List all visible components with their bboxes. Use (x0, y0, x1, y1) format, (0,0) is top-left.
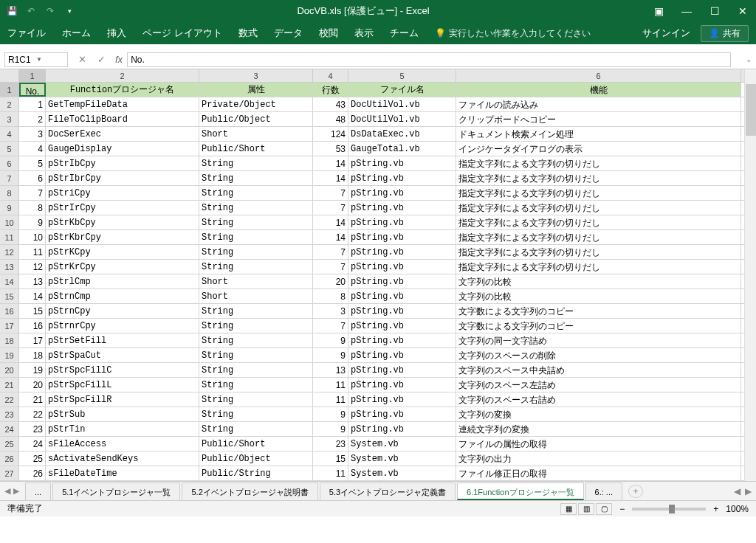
normal-view-icon[interactable]: ▦ (560, 503, 577, 515)
row-header[interactable]: 5 (0, 142, 19, 156)
cell-func[interactable]: pStrSpcFillL (46, 378, 199, 392)
cell-attr[interactable]: String (199, 392, 313, 407)
cell-lines[interactable]: 14 (313, 230, 348, 244)
col-header[interactable]: 5 (348, 69, 456, 82)
tab-view[interactable]: 表示 (354, 27, 374, 40)
cancel-icon[interactable]: ✕ (75, 54, 89, 65)
tab-nav-prev-icon[interactable]: ◀ (4, 486, 10, 496)
cell-feature[interactable]: 文字列の同一文字詰め (456, 333, 741, 347)
tab-scroll-right-icon[interactable]: ▶ (745, 486, 752, 497)
cell-no[interactable]: 8 (19, 201, 46, 215)
cell-no[interactable]: 7 (19, 186, 46, 200)
cell-func[interactable]: pStrKrCpy (46, 260, 199, 274)
cell-file[interactable]: DsDataExec.vb (348, 127, 456, 141)
cell-no[interactable]: 1 (19, 97, 46, 111)
name-box[interactable]: R1C1 ▼ (4, 52, 68, 67)
cell-lines[interactable]: 43 (313, 97, 348, 111)
cell-attr[interactable]: String (199, 156, 313, 170)
row-header[interactable]: 25 (0, 437, 19, 451)
cell-feature[interactable]: 指定文字列による文字列の切りだし (456, 230, 741, 244)
row-header[interactable]: 12 (0, 245, 19, 259)
cell-attr[interactable]: String (199, 186, 313, 200)
row-header[interactable]: 4 (0, 127, 19, 141)
tab-scroll-left-icon[interactable]: ◀ (734, 486, 740, 497)
row-header[interactable]: 1 (0, 83, 19, 97)
cell-file[interactable]: pString.vb (348, 171, 456, 185)
zoom-in-icon[interactable]: + (713, 504, 718, 514)
cell-attr[interactable]: Short (199, 274, 313, 288)
cell-file[interactable]: pString.vb (348, 274, 456, 288)
cell-no[interactable]: 22 (19, 407, 46, 421)
cell-file[interactable]: GaugeTotal.vb (348, 142, 456, 156)
cell-attr[interactable]: String (199, 422, 313, 436)
signin-link[interactable]: サインイン (642, 27, 690, 40)
row-header[interactable]: 3 (0, 112, 19, 126)
cell-no[interactable]: 20 (19, 378, 46, 392)
cell-no[interactable]: 13 (19, 274, 46, 288)
cell-feature[interactable]: 指定文字列による文字列の切りだし (456, 201, 741, 215)
cell-attr[interactable]: String (199, 215, 313, 229)
col-header[interactable]: 4 (313, 69, 348, 82)
row-header[interactable]: 6 (0, 156, 19, 170)
cell-attr[interactable]: Public/Short (199, 437, 313, 451)
sheet-tab-active[interactable]: 6.1Functionプロシージャ一覧 (457, 483, 583, 500)
cell-func[interactable]: pStrSpcFillC (46, 363, 199, 377)
tab-review[interactable]: 校閲 (319, 27, 338, 40)
cell-file[interactable]: System.vb (348, 437, 456, 451)
cell-attr[interactable]: Public/Object (199, 452, 313, 466)
add-sheet-button[interactable]: + (628, 485, 643, 498)
cell-lines[interactable]: 11 (313, 378, 348, 392)
col-header[interactable]: 1 (19, 69, 46, 82)
cell-func[interactable]: pStrIbCpy (46, 156, 199, 170)
cell-lines[interactable]: 14 (313, 156, 348, 170)
cell-attr[interactable]: String (199, 245, 313, 259)
cell-lines[interactable]: 14 (313, 215, 348, 229)
row-header[interactable]: 23 (0, 407, 19, 421)
cell-file[interactable]: pString.vb (348, 348, 456, 362)
cell-lines[interactable]: 53 (313, 142, 348, 156)
maximize-icon[interactable]: ☐ (707, 4, 722, 18)
cell-attr[interactable]: Public/Short (199, 142, 313, 156)
row-header[interactable]: 2 (0, 97, 19, 111)
cell-file[interactable]: pString.vb (348, 260, 456, 274)
cell-file[interactable]: pString.vb (348, 215, 456, 229)
header-no[interactable]: No. (19, 83, 46, 97)
cell-attr[interactable]: String (199, 304, 313, 318)
header-lines[interactable]: 行数 (313, 83, 348, 97)
cell-feature[interactable]: ドキュメント検索メイン処理 (456, 127, 741, 141)
cell-no[interactable]: 21 (19, 392, 46, 407)
cell-func[interactable]: pStrnCpy (46, 304, 199, 318)
cell-feature[interactable]: 連続文字列の変換 (456, 422, 741, 436)
cell-attr[interactable]: String (199, 348, 313, 362)
cell-no[interactable]: 24 (19, 437, 46, 451)
save-icon[interactable]: 💾 (6, 5, 18, 17)
close-icon[interactable]: ✕ (735, 4, 750, 18)
sheet-tab[interactable]: 5.1イベントプロシージャ一覧 (52, 483, 180, 500)
cell-feature[interactable]: インジケータダイアログの表示 (456, 142, 741, 156)
tell-me-box[interactable]: 💡 実行したい作業を入力してください (435, 27, 591, 40)
cell-lines[interactable]: 20 (313, 274, 348, 288)
row-header[interactable]: 18 (0, 333, 19, 347)
row-header[interactable]: 14 (0, 274, 19, 288)
cell-file[interactable]: pString.vb (348, 156, 456, 170)
cell-lines[interactable]: 9 (313, 348, 348, 362)
cell-func[interactable]: GaugeDisplay (46, 142, 199, 156)
cell-attr[interactable]: String (199, 378, 313, 392)
cell-no[interactable]: 4 (19, 142, 46, 156)
cell-feature[interactable]: 指定文字列による文字列の切りだし (456, 156, 741, 170)
cell-no[interactable]: 25 (19, 452, 46, 466)
cell-file[interactable]: pString.vb (348, 201, 456, 215)
cell-lines[interactable]: 8 (313, 289, 348, 303)
cell-feature[interactable]: 文字列のスペース左詰め (456, 378, 741, 392)
cell-no[interactable]: 23 (19, 422, 46, 436)
cell-feature[interactable]: 文字列の比較 (456, 289, 741, 303)
pagebreak-view-icon[interactable]: ▢ (596, 503, 612, 515)
cell-func[interactable]: FileToClipBoard (46, 112, 199, 126)
cell-file[interactable]: System.vb (348, 452, 456, 466)
cell-func[interactable]: DocSerExec (46, 127, 199, 141)
enter-icon[interactable]: ✓ (94, 54, 108, 65)
cell-func[interactable]: sFileAccess (46, 437, 199, 451)
cell-lines[interactable]: 9 (313, 407, 348, 421)
cell-feature[interactable]: 文字列のスペース中央詰め (456, 363, 741, 377)
cell-attr[interactable]: Short (199, 127, 313, 141)
